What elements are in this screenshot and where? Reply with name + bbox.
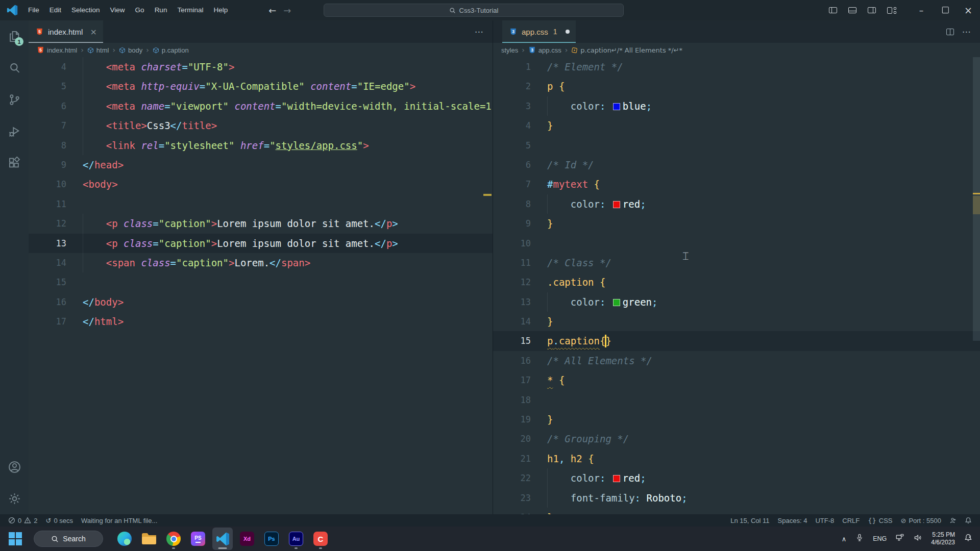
settings-button[interactable]: [0, 483, 29, 514]
speaker-icon[interactable]: [913, 533, 922, 544]
eol-sequence[interactable]: CRLF: [838, 514, 864, 527]
code-line[interactable]: 11/* Class */: [493, 253, 980, 272]
breadcrumb-html[interactable]: html: [87, 46, 109, 54]
code-line[interactable]: 21h1, h2 {: [493, 449, 980, 468]
code-line[interactable]: 9}: [493, 214, 980, 233]
window-restore-button[interactable]: [933, 0, 957, 20]
customize-layout-icon[interactable]: [887, 7, 896, 14]
taskbar-app-vscode[interactable]: [212, 528, 233, 550]
code-line[interactable]: 6 <meta name="viewport" content="width=d…: [29, 96, 493, 116]
code-line[interactable]: 24}: [493, 508, 980, 514]
taskbar-app-edge[interactable]: [114, 528, 135, 550]
code-line[interactable]: 8 color: red;: [493, 194, 980, 214]
language-indicator[interactable]: ENG: [873, 535, 887, 542]
window-minimize-button[interactable]: –: [910, 0, 933, 20]
indentation[interactable]: Spaces: 4: [774, 514, 812, 527]
code-line[interactable]: 15: [29, 272, 493, 292]
breadcrumb-styles[interactable]: styles: [501, 46, 518, 54]
cursor-position[interactable]: Ln 15, Col 11: [726, 514, 773, 527]
code-line[interactable]: 10: [493, 234, 980, 253]
language-mode[interactable]: {} CSS: [864, 514, 896, 527]
breadcrumb-p-caption[interactable]: p.caption: [153, 46, 189, 54]
taskbar-app-camtasia[interactable]: C: [310, 528, 331, 550]
code-line[interactable]: 6/* Id */: [493, 155, 980, 174]
activity-source-control-button[interactable]: [0, 84, 29, 115]
menu-selection[interactable]: Selection: [66, 0, 105, 20]
breadcrumb-file[interactable]: 5 index.html: [37, 46, 77, 54]
code-line[interactable]: 1/* Element */: [493, 57, 980, 77]
taskbar-app-phpstorm[interactable]: PS: [188, 528, 208, 550]
code-line[interactable]: 22 color: red;: [493, 468, 980, 488]
toggle-sidebar-icon[interactable]: [829, 7, 837, 13]
split-editor-icon[interactable]: [946, 29, 954, 35]
taskbar-app-audition[interactable]: Au: [286, 528, 306, 550]
code-line[interactable]: 2p {: [493, 77, 980, 96]
toggle-secondary-sidebar-icon[interactable]: [868, 7, 876, 13]
menu-run[interactable]: Run: [150, 0, 173, 20]
breadcrumb-selector[interactable]: p.caption↵/* All Elements */↵*: [571, 46, 682, 54]
menu-help[interactable]: Help: [208, 0, 233, 20]
code-line[interactable]: 8 <link rel="stylesheet" href="styles/ap…: [29, 136, 493, 155]
menu-file[interactable]: File: [23, 0, 44, 20]
menu-edit[interactable]: Edit: [44, 0, 66, 20]
activity-run-debug-button[interactable]: [0, 115, 29, 147]
editor-actions-more-icon[interactable]: ···: [475, 27, 483, 37]
notifications-bell[interactable]: [961, 514, 976, 527]
code-line[interactable]: 4 <meta charset="UTF-8">: [29, 57, 493, 77]
code-line[interactable]: 17</html>: [29, 312, 493, 331]
command-center-search[interactable]: Css3-Tutorial: [324, 4, 624, 17]
code-line[interactable]: 9</head>: [29, 155, 493, 174]
code-line[interactable]: 16/* All Elements */: [493, 351, 980, 370]
menu-view[interactable]: View: [105, 0, 130, 20]
encoding[interactable]: UTF-8: [811, 514, 838, 527]
code-line[interactable]: 10<body>: [29, 174, 493, 194]
code-line[interactable]: 19}: [493, 410, 980, 429]
editor-actions-more-icon[interactable]: ···: [962, 27, 971, 37]
unsaved-dot-icon[interactable]: [566, 30, 570, 34]
live-server-port[interactable]: ⊘ Port : 5500: [896, 514, 945, 527]
code-line[interactable]: 17* {: [493, 370, 980, 390]
code-line[interactable]: 7#mytext {: [493, 174, 980, 194]
taskbar-app-chrome[interactable]: [163, 528, 184, 550]
code-line[interactable]: 4}: [493, 116, 980, 135]
accounts-button[interactable]: [0, 451, 29, 483]
menu-terminal[interactable]: Terminal: [172, 0, 208, 20]
code-line[interactable]: 3 color: blue;: [493, 96, 980, 116]
activity-extensions-button[interactable]: [0, 147, 29, 179]
taskbar-app-file-explorer[interactable]: [139, 528, 159, 550]
notification-bell-icon[interactable]: [964, 533, 973, 544]
breadcrumb-body[interactable]: body: [119, 46, 142, 54]
window-close-button[interactable]: ×: [957, 0, 980, 20]
live-server-timer[interactable]: ↺ 0 secs: [41, 514, 77, 527]
tab-app-css[interactable]: 3 app.css 1: [502, 20, 576, 43]
code-line[interactable]: 14 <span class="caption">Lorem.</span>: [29, 253, 493, 272]
code-line[interactable]: 11: [29, 194, 493, 214]
code-line[interactable]: 5 <meta http-equiv="X-UA-Compatible" con…: [29, 77, 493, 96]
code-line[interactable]: 15p.caption{}: [493, 331, 980, 350]
toggle-panel-icon[interactable]: [848, 7, 856, 13]
code-line[interactable]: 14}: [493, 312, 980, 331]
code-line[interactable]: 12 <p class="caption">Lorem ipsum dolor …: [29, 214, 493, 233]
network-icon[interactable]: [895, 533, 904, 544]
breadcrumb-app-css[interactable]: 3 app.css: [528, 46, 561, 54]
menu-go[interactable]: Go: [130, 0, 150, 20]
activity-search-button[interactable]: [0, 52, 29, 84]
microphone-icon[interactable]: [855, 533, 864, 544]
tray-overflow-chevron-icon[interactable]: ∧: [842, 535, 847, 543]
taskbar-app-photoshop[interactable]: Ps: [261, 528, 282, 550]
taskbar-search[interactable]: Search: [34, 531, 103, 547]
tab-close-icon[interactable]: ×: [90, 27, 96, 37]
code-line[interactable]: 5: [493, 136, 980, 155]
start-button[interactable]: [4, 528, 27, 550]
activity-explorer-button[interactable]: 1: [0, 20, 29, 52]
taskbar-app-adobe-xd[interactable]: Xd: [237, 528, 257, 550]
code-line[interactable]: 7 <title>Css3</title>: [29, 116, 493, 135]
code-editor-html[interactable]: 4 <meta charset="UTF-8">5 <meta http-equ…: [29, 57, 493, 514]
code-editor-css[interactable]: ⌶ 1/* Element */2p {3 color: blue;4}56/*…: [493, 57, 980, 514]
code-line[interactable]: 13 color: green;: [493, 292, 980, 312]
problems-status[interactable]: 0 2: [4, 514, 41, 527]
code-line[interactable]: 18: [493, 390, 980, 410]
code-line[interactable]: 16</body>: [29, 292, 493, 312]
code-line[interactable]: 12.caption {: [493, 272, 980, 292]
nav-back-icon[interactable]: ←: [268, 5, 276, 16]
